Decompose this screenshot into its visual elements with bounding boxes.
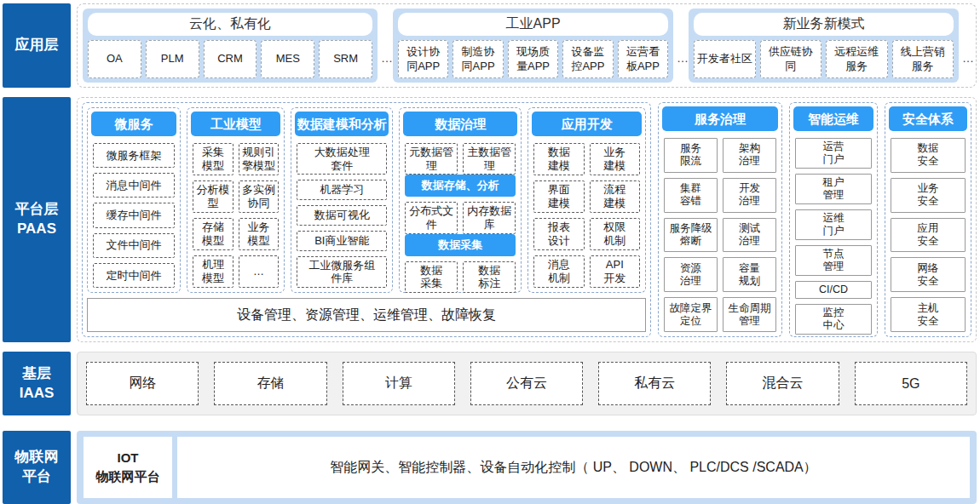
paas-item: 业务 模型	[239, 218, 280, 250]
column-industrial-model: 工业模型 采集 模型 规则引 擎模型 分析模 型 多实例 协同 存储 模型 业务…	[187, 107, 285, 293]
app-item: 设计协 同APP	[398, 40, 448, 78]
app-item: PLM	[146, 40, 199, 78]
app-item: 供应链协 同	[760, 40, 821, 78]
column-data-governance: 数据治理 元数据管 理 主数据管 理 数据存储、分析 分布式文 件 内存数据 库	[399, 107, 522, 293]
paas-item: 数据 采集	[405, 261, 458, 293]
group-items: 设计协 同APP 制造协 同APP 现场质 量APP 设备监 控APP 运营看 …	[398, 40, 668, 78]
group-new-business: 新业务新模式 开发者社区 供应链协 同 远程运维 服务 线上营销 服务	[689, 9, 959, 83]
column-header: 工业模型	[191, 112, 280, 136]
group-industrial-app: 工业APP 设计协 同APP 制造协 同APP 现场质 量APP 设备监 控AP…	[393, 9, 673, 83]
column-header: 应用开发	[532, 112, 642, 136]
paas-item: 数据 建模	[533, 143, 584, 175]
app-item: OA	[88, 40, 141, 78]
app-item: 远程运维 服务	[826, 40, 887, 78]
paas-item: 消息中间件	[93, 173, 175, 198]
column-security: 安全体系 数据 安全 业务 安全 应用 安全 网络 安全 主机 安全	[885, 102, 971, 337]
app-item: 制造协 同APP	[453, 40, 503, 78]
iot-box-line1: IOT	[118, 449, 139, 468]
data-storage-grid: 分布式文 件 内存数据 库	[405, 202, 516, 228]
paas-layer-row: 平台层 PAAS 微服务 微服务框架 消息中间件 缓存中间件 文件中间件 定时中…	[3, 97, 977, 342]
iot-layer-content: IOT 物联网平台 智能网关、智能控制器、设备自动化控制（ UP、 DOWN、 …	[77, 431, 977, 504]
paas-item: 架构 治理	[723, 138, 776, 173]
column-header: 数据建模和分析	[295, 112, 389, 136]
column-body: 大数据处理 套件 机器学习 数据可视化 BI商业智能 工业微服务组 件库	[294, 141, 389, 289]
app-item: SRM	[319, 40, 372, 78]
column-header: 安全体系	[889, 106, 967, 131]
paas-item: 资源 治理	[664, 257, 718, 292]
iaas-layer-row: 基层 IAAS 网络 存储 计算 公有云 私有云 混合云 5G	[3, 352, 977, 415]
layer-label-line1: 物联网	[15, 448, 59, 467]
paas-item: 节点 管理	[795, 245, 872, 276]
paas-item: 元数据管 理	[405, 143, 458, 175]
ellipsis-more: …	[962, 51, 971, 65]
group-title: 云化、私有化	[88, 13, 372, 36]
iaas-item: 5G	[855, 362, 967, 405]
paas-item: 主数据管 理	[463, 143, 516, 175]
layer-label-line2: 平台	[22, 467, 51, 487]
iaas-layer-label: 基层 IAAS	[3, 352, 71, 415]
paas-item: 规则引 擎模型	[239, 143, 280, 175]
paas-item: 主机 安全	[891, 297, 966, 332]
layer-label-line1: 平台层	[15, 200, 59, 220]
paas-item: 故障定界 定位	[664, 297, 718, 332]
paas-item: 运维 门户	[795, 209, 872, 240]
paas-item: CI/CD	[795, 281, 872, 299]
group-cloud-private: 云化、私有化 OA PLM CRM MES SRM	[83, 9, 378, 83]
group-title: 工业APP	[398, 13, 668, 36]
app-item: 开发者社区	[694, 40, 755, 78]
iot-box-line2: 物联网平台	[96, 467, 160, 487]
application-layer-label: 应用层	[3, 3, 71, 88]
paas-item: 多实例 协同	[239, 180, 280, 213]
layer-label-text: 应用层	[15, 36, 59, 55]
paas-item: 存储 模型	[193, 218, 233, 250]
paas-management-bar: 设备管理、资源管理、运维管理、故障恢复	[87, 298, 646, 332]
column-header: 微服务	[91, 112, 176, 136]
paas-item: 文件中间件	[93, 233, 175, 258]
paas-item: 微服务框架	[93, 143, 175, 168]
paas-item: 生命周期 管理	[723, 297, 776, 332]
paas-item: 数据 安全	[891, 138, 966, 173]
paas-layer-content: 微服务 微服务框架 消息中间件 缓存中间件 文件中间件 定时中间件 工业模型 采…	[77, 97, 977, 342]
group-items: 开发者社区 供应链协 同 远程运维 服务 线上营销 服务	[694, 40, 954, 78]
paas-item: 开发 治理	[723, 178, 776, 213]
data-governance-top-grid: 元数据管 理 主数据管 理	[405, 143, 516, 169]
app-item: MES	[261, 40, 314, 78]
paas-item: 采集 模型	[193, 143, 233, 175]
paas-item: 数据 标注	[463, 261, 516, 293]
paas-item: 流程 建模	[590, 180, 640, 213]
app-item: 设备监 控APP	[562, 40, 613, 78]
iaas-item: 混合云	[726, 362, 839, 405]
iaas-item: 公有云	[470, 362, 583, 405]
ellipsis-more: …	[381, 51, 389, 65]
paas-item: 分析模 型	[193, 180, 233, 213]
column-body: 微服务框架 消息中间件 缓存中间件 文件中间件 定时中间件	[90, 141, 177, 289]
paas-item: 机器学习	[297, 180, 387, 200]
paas-item: 消息 机制	[533, 255, 584, 288]
paas-item-ellipsis: …	[239, 255, 280, 288]
iaas-layer-content: 网络 存储 计算 公有云 私有云 混合云 5G	[77, 352, 977, 415]
column-body: 元数据管 理 主数据管 理 数据存储、分析 分布式文 件 内存数据 库 数据采集…	[402, 141, 518, 289]
app-item: 现场质 量APP	[508, 40, 558, 78]
sub-header-data-storage: 数据存储、分析	[405, 175, 516, 197]
layer-label-line2: IAAS	[20, 384, 55, 404]
paas-core-group: 微服务 微服务框架 消息中间件 缓存中间件 文件中间件 定时中间件 工业模型 采…	[82, 102, 651, 337]
paas-layer-label: 平台层 PAAS	[3, 97, 71, 342]
data-collection-grid: 数据 采集 数据 标注	[405, 261, 516, 288]
paas-item: 报表 设计	[533, 218, 584, 250]
ellipsis-more: …	[677, 51, 685, 65]
paas-core-columns: 微服务 微服务框架 消息中间件 缓存中间件 文件中间件 定时中间件 工业模型 采…	[87, 107, 646, 293]
paas-item: 分布式文 件	[405, 202, 458, 233]
paas-item: 服务 限流	[664, 138, 718, 173]
paas-item: 界面 建模	[533, 180, 584, 213]
paas-item: 机理 模型	[193, 255, 233, 288]
paas-item: 应用 安全	[891, 218, 966, 253]
column-header: 智能运维	[793, 106, 873, 131]
layer-label-line2: PAAS	[17, 220, 56, 239]
paas-item: 服务降级 熔断	[664, 218, 718, 253]
paas-item: 运营 门户	[795, 138, 872, 169]
group-title: 新业务新模式	[694, 13, 954, 36]
iot-description: 智能网关、智能控制器、设备自动化控制（ UP、 DOWN、 PLC/DCS /S…	[177, 437, 970, 498]
paas-item: 监控 中心	[795, 304, 872, 335]
application-layer-content: 云化、私有化 OA PLM CRM MES SRM … 工业APP 设计协 同A…	[77, 3, 977, 88]
app-item: 运营看 板APP	[618, 40, 668, 78]
